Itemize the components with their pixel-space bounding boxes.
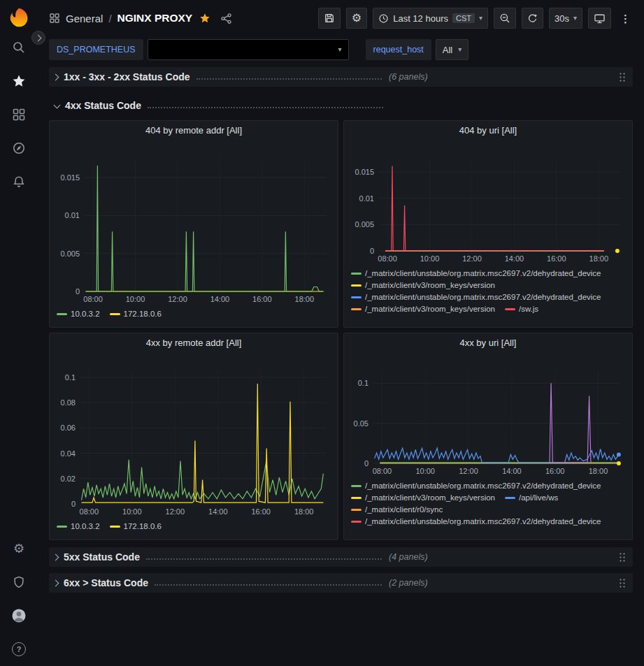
legend-series-label: /_matrix/client/unstable/org.matrix.msc2… [365,517,601,526]
row-1xx-3xx-2xx-status-code[interactable]: 1xx - 3xx - 2xx Status Code (6 panels) [49,67,633,87]
sidebar: ⚙ ? [0,0,38,666]
refresh-interval-dropdown[interactable]: 30s ▾ [549,8,582,29]
legend-series-marker [57,526,67,528]
legend-item[interactable]: /_matrix/client/unstable/org.matrix.msc2… [351,482,601,490]
svg-text:0: 0 [76,287,80,296]
variable-request-host: request_host All ▾ [366,39,469,60]
legend-series-marker [351,485,362,487]
sidebar-item-alerting[interactable] [0,165,38,198]
time-range-label: Last 12 hours [393,13,448,24]
svg-text:08:00: 08:00 [80,507,99,516]
panel-title[interactable]: 4xx by uri [All] [344,333,632,352]
row-5xx-status-code[interactable]: 5xx Status Code (4 panels) [49,547,633,567]
datasource-variable-dropdown[interactable]: ▾ [148,39,349,60]
request-host-variable-value: All [443,45,452,55]
panel-title[interactable]: 404 by remote addr [All] [50,121,338,139]
chevron-down-icon: ▾ [338,46,342,53]
svg-text:0.005: 0.005 [355,220,374,229]
sidebar-item-profile[interactable] [0,599,38,632]
time-series-chart[interactable]: 08:0010:0012:0014:0016:0018:0000.020.040… [52,352,335,518]
svg-text:16:00: 16:00 [545,467,565,475]
legend-series-marker [351,284,362,287]
legend-series-label: /api/live/ws [519,493,558,502]
svg-text:18:00: 18:00 [589,254,609,263]
sidebar-item-security[interactable] [0,565,38,599]
sidebar-item-explore[interactable] [0,131,38,165]
row-4xx-status-code[interactable]: 4xx Status Code [49,96,633,115]
panel-title[interactable]: 4xx by remote addr [All] [50,333,338,352]
breadcrumb: General / NGINX PROXY [49,12,232,24]
sidebar-expand-button[interactable] [31,31,45,45]
legend-series-marker [505,308,515,310]
dotted-leader [196,78,382,80]
share-icon[interactable] [220,13,232,24]
svg-text:18:00: 18:00 [295,295,315,303]
gear-icon: ⚙ [352,13,362,24]
clock-icon [378,13,389,24]
row-drag-handle[interactable] [619,552,626,563]
sidebar-item-dashboards[interactable] [0,98,38,131]
monitor-icon [594,13,606,24]
help-icon: ? [12,642,26,656]
variables-toolbar: DS_PROMETHEUS ▾ request_host All ▾ [38,36,644,63]
svg-text:18:00: 18:00 [589,467,608,475]
refresh-icon [527,13,538,24]
legend-series-marker [351,273,362,275]
row-drag-handle[interactable] [619,72,626,82]
legend-item[interactable]: /_matrix/client/unstable/org.matrix.msc2… [351,517,601,526]
svg-text:10:00: 10:00 [126,295,145,303]
time-range-picker[interactable]: Last 12 hours CST ▾ [373,8,488,29]
time-series-chart[interactable]: 08:0010:0012:0014:0016:0018:0000.0050.01… [52,139,335,305]
row-panel-count: (6 panels) [389,72,428,82]
svg-text:14:00: 14:00 [208,507,228,516]
refresh-button[interactable] [522,8,543,29]
row-6xx-status-code[interactable]: 6xx > Status Code (2 panels) [49,573,633,593]
row-drag-handle[interactable] [619,578,626,588]
legend-item[interactable]: /_matrix/client/v3/room_keys/version [351,493,495,502]
svg-text:12:00: 12:00 [462,254,482,263]
svg-text:08:00: 08:00 [373,467,392,475]
legend-item[interactable]: /sw.js [505,305,538,313]
time-series-chart[interactable]: 08:0010:0012:0014:0016:0018:0000.050.1 [347,352,629,477]
save-dashboard-button[interactable] [318,8,341,29]
svg-text:0.1: 0.1 [358,379,368,387]
zoom-out-button[interactable] [494,8,516,29]
header-actions: ⚙ Last 12 hours CST ▾ 30s [318,8,634,29]
panel-title[interactable]: 404 by uri [All] [344,121,632,139]
legend-item[interactable]: /_matrix/client/unstable/org.matrix.msc2… [351,269,601,277]
grafana-logo-icon[interactable] [6,4,32,31]
svg-text:14:00: 14:00 [210,295,230,303]
legend-item[interactable]: /_matrix/client/unstable/org.matrix.msc2… [351,293,601,301]
svg-text:0: 0 [71,500,76,508]
sidebar-item-help[interactable]: ? [0,632,38,666]
legend-item[interactable]: /api/live/ws [505,493,558,502]
legend-series-marker [110,313,120,315]
legend-item[interactable]: /_matrix/client/r0/sync [351,505,443,514]
row-title: 4xx Status Code [65,100,141,112]
more-options-button[interactable]: ⋮ [617,8,634,29]
chart-canvas: 08:0010:0012:0014:0016:0018:0000.050.1 [347,352,629,477]
legend-item[interactable]: /_matrix/client/v3/room_keys/version [351,281,495,289]
svg-text:08:00: 08:00 [83,295,103,303]
grafana-app: ⚙ ? General / NGINX PROXY [0,0,644,666]
dotted-leader [155,584,382,586]
legend-item[interactable]: 172.18.0.6 [110,522,162,530]
time-series-chart[interactable]: 08:0010:0012:0014:0016:0018:0000.0050.01… [347,139,629,265]
sidebar-item-favorites[interactable] [0,64,38,98]
kebab-icon: ⋮ [620,13,631,24]
legend-item[interactable]: 10.0.3.2 [57,310,100,318]
request-host-variable-dropdown[interactable]: All ▾ [436,39,468,60]
tv-mode-button[interactable] [588,8,611,29]
favorite-star-icon[interactable] [199,13,210,24]
breadcrumb-folder[interactable]: General [66,13,103,24]
legend-item[interactable]: 10.0.3.2 [57,522,100,530]
dashboard-settings-button[interactable]: ⚙ [346,8,367,29]
bell-icon [12,175,26,189]
sidebar-item-settings[interactable]: ⚙ [0,532,38,565]
legend-series-marker [110,526,120,528]
dashboard-header: General / NGINX PROXY ⚙ [38,0,644,36]
legend-series-label: 10.0.3.2 [71,310,100,318]
row-panel-count: (4 panels) [389,552,428,562]
legend-item[interactable]: 172.18.0.6 [110,310,162,318]
legend-item[interactable]: /_matrix/client/v3/room_keys/version [351,305,495,313]
